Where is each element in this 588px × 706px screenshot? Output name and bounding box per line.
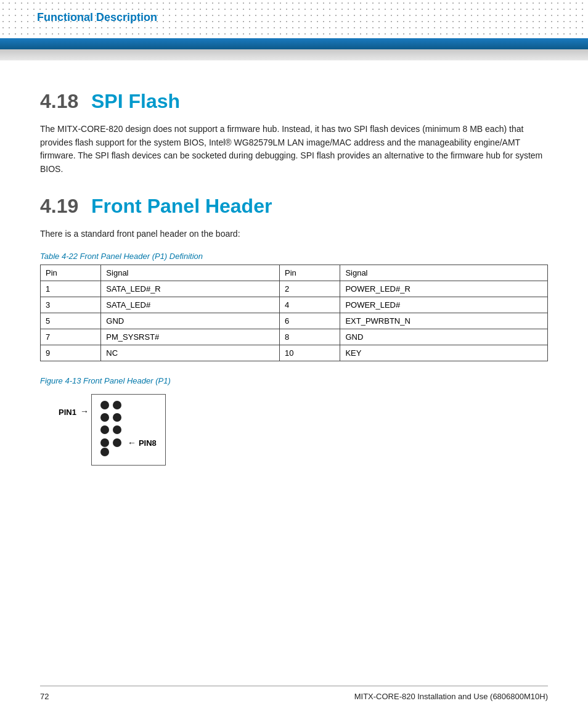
table-cell-4-3: KEY [340, 345, 548, 361]
table-row: 5GND6EXT_PWRBTN_N [41, 313, 548, 329]
table-cell-1-1: SATA_LED# [101, 297, 280, 313]
table-cell-0-3: POWER_LED#_R [340, 281, 548, 297]
pin-dot-3 [100, 413, 109, 422]
pin8-arrow: ← [128, 438, 136, 448]
table-cell-0-2: 2 [280, 281, 340, 297]
section-4-19-heading: 4.19 Front Panel Header [40, 195, 548, 218]
col-signal-1: Signal [101, 265, 280, 281]
table-cell-2-0: 5 [41, 313, 101, 329]
pin-row-3 [100, 425, 121, 434]
pin-dot-9 [100, 448, 109, 456]
table-cell-3-0: 7 [41, 329, 101, 345]
table-row: 3SATA_LED#4POWER_LED# [41, 297, 548, 313]
main-content: 4.18 SPI Flash The MITX-CORE-820 design … [0, 65, 588, 503]
footer-doc-title: MITX-CORE-820 Installation and Use (6806… [354, 692, 548, 701]
section-4-19-number: 4.19 [40, 195, 80, 218]
page-footer: 72 MITX-CORE-820 Installation and Use (6… [0, 681, 588, 706]
table-cell-2-1: GND [101, 313, 280, 329]
table-cell-1-3: POWER_LED# [340, 297, 548, 313]
table-cell-4-1: NC [101, 345, 280, 361]
table-cell-2-2: 6 [280, 313, 340, 329]
table-caption: Table 4-22 Front Panel Header (P1) Defin… [40, 252, 548, 261]
pin1-arrow: → [80, 406, 89, 416]
table-row: 9NC10KEY [41, 345, 548, 361]
pin-box: ← PIN8 [91, 394, 166, 466]
table-row: 1SATA_LED#_R2POWER_LED#_R [41, 281, 548, 297]
section-4-18-number: 4.18 [40, 90, 80, 113]
pin-dot-2 [113, 401, 121, 409]
section-4-18-heading: 4.18 SPI Flash [40, 90, 548, 113]
pin1-label: PIN1 [59, 408, 76, 417]
footer-page-number: 72 [40, 692, 49, 701]
pin-rows: ← PIN8 [100, 401, 157, 456]
table-cell-4-2: 10 [280, 345, 340, 361]
pin-row-2 [100, 413, 121, 422]
pin-dot-1 [100, 401, 109, 409]
section-4-19-title: Front Panel Header [91, 195, 272, 218]
header-blue-bar [0, 38, 588, 49]
pin-row-1 [100, 401, 121, 409]
col-pin-1: Pin [41, 265, 101, 281]
table-cell-0-0: 1 [41, 281, 101, 297]
table-cell-0-1: SATA_LED#_R [101, 281, 280, 297]
pin-dot-7 [100, 438, 109, 447]
pin-row-4-dots [100, 438, 121, 447]
pin-row-4-with-label: ← PIN8 [100, 438, 157, 448]
table-cell-3-2: 8 [280, 329, 340, 345]
table-cell-4-0: 9 [41, 345, 101, 361]
figure-caption: Figure 4-13 Front Panel Header (P1) [40, 376, 548, 385]
footer-line [40, 686, 548, 686]
pin-dot-5 [100, 425, 109, 434]
pin-row-5 [100, 448, 109, 456]
table-cell-2-3: EXT_PWRBTN_N [340, 313, 548, 329]
table-cell-1-0: 3 [41, 297, 101, 313]
col-signal-2: Signal [340, 265, 548, 281]
pin-diagram: PIN1 → [59, 394, 548, 466]
pin-dot-8 [113, 438, 121, 447]
section-4-18-body: The MITX-CORE-820 design does not suppor… [40, 123, 548, 176]
table-header-row: Pin Signal Pin Signal [41, 265, 548, 281]
front-panel-table: Pin Signal Pin Signal 1SATA_LED#_R2POWER… [40, 265, 548, 361]
col-pin-2: Pin [280, 265, 340, 281]
pin8-inline-label: ← PIN8 [128, 438, 157, 448]
pin8-label: PIN8 [139, 438, 157, 448]
gray-decorative-bar [0, 49, 588, 60]
table-cell-3-1: PM_SYSRST# [101, 329, 280, 345]
header-title: Functional Description [37, 11, 157, 24]
table-row: 7PM_SYSRST#8GND [41, 329, 548, 345]
table-cell-3-3: GND [340, 329, 548, 345]
section-4-18-title: SPI Flash [91, 90, 180, 113]
pin-dot-6 [113, 425, 121, 434]
pin-dot-4 [113, 413, 121, 422]
table-cell-1-2: 4 [280, 297, 340, 313]
header-area: Functional Description [0, 0, 588, 49]
section-4-19-intro: There is a standard front panel header o… [40, 228, 548, 241]
